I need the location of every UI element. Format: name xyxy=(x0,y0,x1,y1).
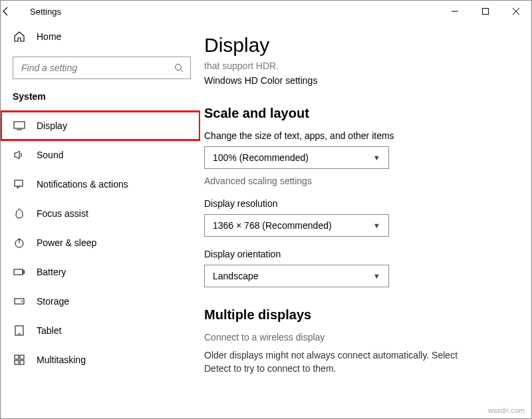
sidebar-item-battery[interactable]: Battery xyxy=(1,257,200,287)
sidebar-item-display[interactable]: Display xyxy=(1,111,200,140)
multitasking-icon xyxy=(13,354,26,366)
home-icon xyxy=(13,31,26,43)
orientation-select[interactable]: Landscape ▼ xyxy=(204,265,389,287)
sidebar-item-multitasking[interactable]: Multitasking xyxy=(1,345,200,374)
sidebar-item-sound[interactable]: Sound xyxy=(1,140,200,170)
svg-rect-6 xyxy=(14,122,25,128)
search-icon xyxy=(174,63,184,72)
svg-point-4 xyxy=(176,65,182,70)
page-title: Display xyxy=(204,34,511,57)
orientation-label: Display orientation xyxy=(204,249,511,259)
detect-hint-text: Older displays might not always connect … xyxy=(204,349,483,375)
power-icon xyxy=(13,237,26,249)
svg-rect-8 xyxy=(15,180,23,186)
advanced-scaling-link[interactable]: Advanced scaling settings xyxy=(204,176,511,186)
wireless-display-link[interactable]: Connect to a wireless display xyxy=(204,332,511,343)
sidebar-item-label: Notifications & actions xyxy=(37,179,128,190)
display-icon xyxy=(13,120,26,132)
content-pane: Display that support HDR. Windows HD Col… xyxy=(200,22,531,418)
text-size-select[interactable]: 100% (Recommended) ▼ xyxy=(204,146,389,169)
watermark: wsxdn.com xyxy=(488,406,525,414)
svg-rect-18 xyxy=(20,355,24,359)
sidebar-section-label: System xyxy=(1,88,200,111)
back-button[interactable] xyxy=(1,6,27,17)
sidebar-item-label: Battery xyxy=(37,267,66,277)
focus-assist-icon xyxy=(13,208,26,219)
sidebar-item-label: Display xyxy=(37,120,67,131)
sidebar-item-tablet[interactable]: Tablet xyxy=(1,316,200,345)
window-title: Settings xyxy=(27,7,61,17)
svg-point-14 xyxy=(21,301,23,302)
maximize-button[interactable] xyxy=(470,1,501,22)
hdr-truncated-text: that support HDR. xyxy=(204,61,511,71)
notifications-icon xyxy=(13,178,26,190)
search-input-wrap[interactable] xyxy=(13,57,191,79)
svg-rect-17 xyxy=(15,355,19,359)
sound-icon xyxy=(13,149,26,161)
sidebar-item-focus-assist[interactable]: Focus assist xyxy=(1,199,200,228)
svg-rect-11 xyxy=(14,269,23,275)
sidebar-item-label: Power & sleep xyxy=(37,237,96,248)
sidebar-item-label: Focus assist xyxy=(37,208,88,219)
chevron-down-icon: ▼ xyxy=(373,272,380,280)
resolution-label: Display resolution xyxy=(204,198,511,209)
sidebar-home-label: Home xyxy=(37,31,61,42)
sidebar-home[interactable]: Home xyxy=(1,22,200,51)
scale-layout-heading: Scale and layout xyxy=(204,106,511,121)
resolution-select[interactable]: 1366 × 768 (Recommended) ▼ xyxy=(204,214,389,237)
text-size-value: 100% (Recommended) xyxy=(213,152,309,163)
chevron-down-icon: ▼ xyxy=(373,154,380,162)
sidebar-item-label: Storage xyxy=(37,296,69,307)
sidebar-item-storage[interactable]: Storage xyxy=(1,287,200,316)
sidebar-item-label: Sound xyxy=(37,150,63,160)
svg-rect-12 xyxy=(23,271,25,273)
battery-icon xyxy=(13,266,26,278)
storage-icon xyxy=(13,295,26,307)
search-input[interactable] xyxy=(20,62,166,74)
svg-rect-19 xyxy=(15,360,19,364)
chevron-down-icon: ▼ xyxy=(373,221,380,229)
multiple-displays-heading: Multiple displays xyxy=(204,307,511,323)
text-size-label: Change the size of text, apps, and other… xyxy=(204,130,511,141)
svg-rect-1 xyxy=(483,9,489,15)
sidebar: Home System Display Sound xyxy=(1,22,200,418)
close-button[interactable] xyxy=(501,1,531,22)
window-controls xyxy=(440,1,531,22)
sidebar-item-power-sleep[interactable]: Power & sleep xyxy=(1,228,200,257)
svg-rect-20 xyxy=(20,360,24,364)
minimize-button[interactable] xyxy=(440,1,470,22)
title-bar: Settings xyxy=(1,1,531,22)
sidebar-item-label: Tablet xyxy=(37,325,61,336)
tablet-icon xyxy=(13,325,26,337)
orientation-value: Landscape xyxy=(213,271,259,281)
resolution-value: 1366 × 768 (Recommended) xyxy=(213,220,332,231)
sidebar-item-notifications[interactable]: Notifications & actions xyxy=(1,170,200,199)
svg-line-5 xyxy=(181,70,184,72)
sidebar-item-label: Multitasking xyxy=(37,354,86,365)
hdr-settings-link[interactable]: Windows HD Color settings xyxy=(204,75,511,86)
